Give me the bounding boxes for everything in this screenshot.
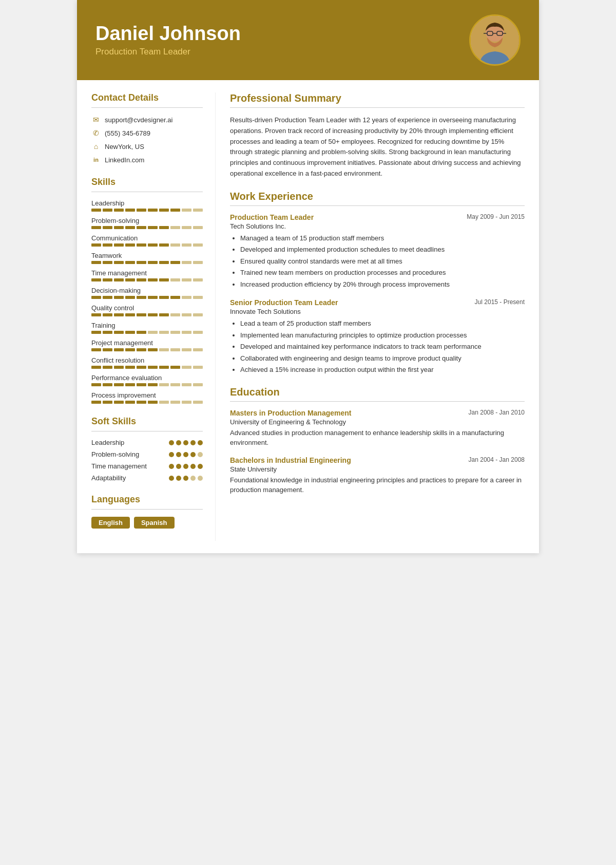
skill-segment	[114, 313, 124, 316]
skill-segment	[91, 261, 101, 264]
edu-degree: Masters in Production Management	[230, 409, 351, 417]
skill-segment	[137, 313, 146, 316]
job-bullet: Lead a team of 25 production staff membe…	[240, 318, 525, 329]
edu-dates: Jan 2004 - Jan 2008	[469, 456, 525, 463]
skill-segment	[137, 226, 146, 229]
dot-rating	[169, 464, 203, 469]
skill-segment	[170, 209, 180, 212]
skill-segment	[137, 296, 146, 299]
skill-segment	[125, 226, 135, 229]
skill-segment	[125, 383, 135, 386]
skill-segment	[103, 331, 112, 334]
skill-bar	[91, 331, 203, 334]
skill-segment	[137, 209, 146, 212]
rating-dot	[190, 452, 196, 457]
skill-segment	[170, 226, 180, 229]
skill-segment	[114, 226, 124, 229]
skill-segment	[148, 278, 158, 281]
skill-segment	[103, 243, 112, 247]
jobs-list: Production Team LeaderMay 2009 - Jun 201…	[230, 213, 525, 375]
education-section: Education Masters in Production Manageme…	[230, 386, 525, 495]
skill-segment	[148, 209, 158, 212]
job-bullet: Ensured quality control standards were m…	[240, 256, 525, 267]
skill-segment	[159, 401, 169, 404]
rating-dot	[176, 464, 181, 469]
phone-icon: ✆	[91, 128, 101, 138]
header-left: Daniel Johnson Production Team Leader	[95, 23, 469, 57]
skill-item: Training	[91, 322, 203, 334]
email-value: support@cvdesigner.ai	[105, 116, 172, 124]
contact-linkedin: in LinkedIn.com	[91, 155, 203, 164]
contact-section: Contact Details ✉ support@cvdesigner.ai …	[91, 92, 203, 164]
job-header: Senior Production Team LeaderJul 2015 - …	[230, 298, 525, 307]
skill-segment	[182, 209, 191, 212]
skill-name: Leadership	[91, 199, 203, 207]
skill-segment	[193, 366, 203, 369]
edu-school: University of Engineering & Technology	[230, 418, 525, 426]
skill-segment	[182, 401, 191, 404]
skill-segment	[114, 348, 124, 351]
skill-segment	[125, 331, 135, 334]
edu-degree: Bachelors in Industrial Engineering	[230, 456, 351, 464]
job-header: Production Team LeaderMay 2009 - Jun 201…	[230, 213, 525, 221]
skill-segment	[182, 296, 191, 299]
location-icon: ⌂	[91, 142, 101, 151]
skill-segment	[148, 383, 158, 386]
soft-skill-row: Leadership	[91, 439, 203, 446]
edu-header: Masters in Production ManagementJan 2008…	[230, 409, 525, 417]
skill-item: Decision-making	[91, 287, 203, 299]
skill-segment	[103, 366, 112, 369]
skill-bar	[91, 278, 203, 281]
skills-section-title: Skills	[91, 177, 203, 187]
skill-segment	[103, 383, 112, 386]
summary-section: Professional Summary Results-driven Prod…	[230, 92, 525, 179]
skill-segment	[182, 348, 191, 351]
skill-segment	[193, 401, 203, 404]
linkedin-value: LinkedIn.com	[105, 156, 144, 164]
soft-skill-name: Problem-solving	[91, 450, 139, 458]
skill-segment	[148, 296, 158, 299]
skill-item: Process improvement	[91, 391, 203, 404]
contact-divider	[91, 107, 203, 108]
skill-segment	[137, 401, 146, 404]
skill-segment	[170, 366, 180, 369]
skill-segment	[193, 313, 203, 316]
skill-segment	[114, 401, 124, 404]
skill-item: Conflict resolution	[91, 356, 203, 369]
skill-segment	[125, 401, 135, 404]
rating-dot	[183, 440, 188, 445]
skill-name: Problem-solving	[91, 217, 203, 224]
skill-segment	[137, 261, 146, 264]
skill-bar	[91, 209, 203, 212]
skill-segment	[193, 296, 203, 299]
language-badges: EnglishSpanish	[91, 517, 203, 529]
skill-item: Leadership	[91, 199, 203, 212]
job-bullet: Increased production efficiency by 20% t…	[240, 279, 525, 290]
rating-dot	[190, 476, 196, 481]
skill-segment	[159, 226, 169, 229]
resume-container: Daniel Johnson Production Team Leader	[77, 0, 539, 553]
skill-segment	[148, 226, 158, 229]
rating-dot	[169, 476, 174, 481]
skill-segment	[114, 296, 124, 299]
soft-skills-section: Soft Skills LeadershipProblem-solvingTim…	[91, 416, 203, 482]
skill-segment	[182, 313, 191, 316]
skill-segment	[148, 261, 158, 264]
skill-segment	[91, 226, 101, 229]
skill-segment	[159, 209, 169, 212]
main-content: Professional Summary Results-driven Prod…	[216, 92, 539, 541]
skill-segment	[170, 401, 180, 404]
skill-segment	[137, 383, 146, 386]
soft-skills-title: Soft Skills	[91, 416, 203, 427]
skill-segment	[193, 261, 203, 264]
skill-segment	[103, 401, 112, 404]
job-company: Innovate Tech Solutions	[230, 308, 525, 315]
skill-segment	[91, 383, 101, 386]
contact-email: ✉ support@cvdesigner.ai	[91, 115, 203, 124]
skill-segment	[170, 296, 180, 299]
edu-description: Advanced studies in production managemen…	[230, 428, 525, 448]
skill-bar	[91, 383, 203, 386]
work-experience-section: Work Experience Production Team LeaderMa…	[230, 191, 525, 375]
languages-divider	[91, 509, 203, 510]
skill-segment	[125, 243, 135, 247]
